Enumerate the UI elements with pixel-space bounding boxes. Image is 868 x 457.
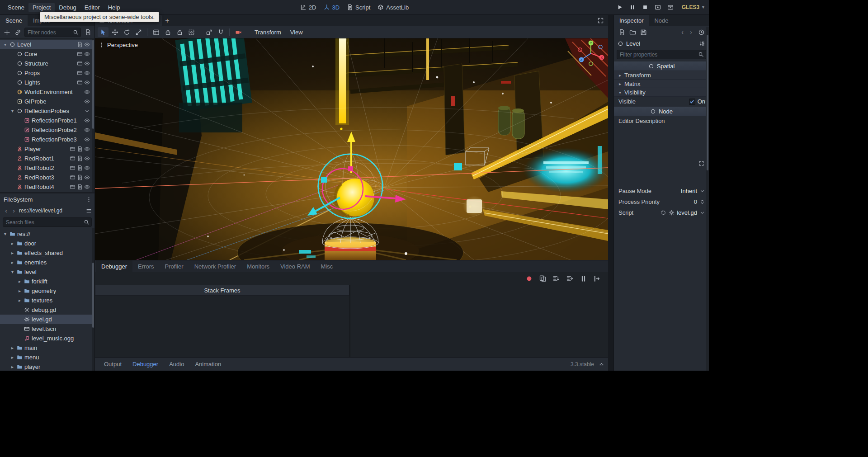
filesystem-row[interactable]: ▸main: [0, 343, 94, 353]
revert-icon[interactable]: [660, 210, 666, 216]
renderer-select[interactable]: GLES3 ▼: [682, 0, 705, 14]
filesystem-row[interactable]: ▸enemies: [0, 258, 94, 267]
history-back-button[interactable]: ‹: [679, 28, 686, 36]
scene-tree-row[interactable]: ReflectionProbe1: [0, 116, 94, 125]
scene-tree-row[interactable]: Core: [0, 49, 94, 59]
dock-tab-network-profiler[interactable]: Network Profiler: [189, 260, 241, 272]
scene-tree-row[interactable]: Structure: [0, 59, 94, 68]
add-node-button[interactable]: [2, 28, 12, 38]
open-scene-button[interactable]: [70, 146, 75, 152]
dock-tab-profiler[interactable]: Profiler: [160, 260, 189, 272]
record-button[interactable]: [525, 275, 533, 283]
step-into-button[interactable]: [552, 275, 560, 283]
arrow-right-icon[interactable]: ▸: [17, 288, 22, 293]
scene-tree-row[interactable]: GIProbe: [0, 97, 94, 106]
filter-properties-input[interactable]: [620, 52, 698, 58]
continue-button[interactable]: [593, 275, 601, 283]
dock-tab-debugger[interactable]: Debugger: [96, 260, 132, 272]
visible-checkbox[interactable]: [689, 99, 695, 105]
eye-button[interactable]: [84, 61, 90, 66]
dock-tab-import[interactable]: Import: [28, 15, 55, 26]
rotate-tool-button[interactable]: [121, 27, 132, 37]
open-scene-button[interactable]: [77, 80, 83, 85]
script-button[interactable]: [77, 165, 83, 171]
script-button[interactable]: [77, 146, 83, 152]
scale-tool-button[interactable]: [133, 27, 144, 37]
filesystem-row[interactable]: ▸door: [0, 239, 94, 248]
eye-button[interactable]: [84, 127, 90, 133]
load-resource-button[interactable]: [627, 27, 637, 37]
workspace-script-button[interactable]: Script: [347, 4, 370, 11]
dock-menu-icon[interactable]: [86, 197, 92, 203]
list-select-tool-button[interactable]: [151, 27, 161, 37]
eye-button[interactable]: [84, 137, 90, 142]
arrow-right-icon[interactable]: ▸: [17, 279, 22, 284]
arrow-right-icon[interactable]: ▸: [17, 298, 22, 303]
filesystem-row[interactable]: level_music.ogg: [0, 334, 94, 343]
move-tool-button[interactable]: [109, 27, 120, 37]
scene-tree-row[interactable]: RedRobot2: [0, 163, 94, 173]
expand-description-icon[interactable]: [698, 160, 704, 166]
process-priority-stepper[interactable]: 0: [694, 198, 705, 205]
filesystem-row[interactable]: ▸forklift: [0, 277, 94, 286]
scene-tree-scrollbar[interactable]: [92, 39, 94, 192]
view-menu[interactable]: View: [286, 28, 307, 37]
eye-button[interactable]: [84, 70, 90, 76]
instance-scene-button[interactable]: [13, 28, 23, 38]
eye-button[interactable]: [84, 174, 90, 180]
save-resource-button[interactable]: [638, 27, 648, 37]
play-custom-scene-button[interactable]: [665, 2, 675, 12]
arrow-down-icon[interactable]: ▾: [3, 42, 8, 47]
arrow-down-icon[interactable]: ▾: [3, 231, 8, 236]
break-button[interactable]: [580, 275, 587, 283]
status-item-audio[interactable]: Audio: [164, 361, 189, 367]
scene-tree-row[interactable]: Player: [0, 144, 94, 154]
filesystem-row[interactable]: ▸menu: [0, 353, 94, 362]
eye-button[interactable]: [84, 42, 90, 47]
scene-tree-row[interactable]: RedRobot4: [0, 182, 94, 192]
arrow-down-icon[interactable]: ▾: [10, 269, 15, 274]
open-scene-button[interactable]: [70, 155, 75, 161]
scene-tree-row[interactable]: Lights: [0, 78, 94, 87]
new-resource-button[interactable]: [617, 27, 627, 37]
filesystem-row[interactable]: ▸textures: [0, 296, 94, 305]
open-scene-button[interactable]: [70, 165, 75, 171]
category-transform[interactable]: ▸Transform: [614, 71, 709, 80]
filesystem-row[interactable]: ▾res://: [0, 229, 94, 239]
3d-viewport[interactable]: Y X Z Perspective: [95, 38, 608, 260]
eye-button[interactable]: [84, 51, 90, 57]
workspace-2d-button[interactable]: 2D: [300, 4, 316, 11]
arrow-right-icon[interactable]: ▸: [10, 260, 15, 265]
scene-tree-row[interactable]: WorldEnvironment: [0, 87, 94, 97]
select-tool-button[interactable]: [98, 27, 108, 37]
dock-tab-monitors[interactable]: Monitors: [241, 260, 275, 272]
close-tab-icon[interactable]: ×: [154, 17, 158, 24]
step-over-button[interactable]: [566, 275, 574, 283]
history-forward-button[interactable]: ›: [688, 28, 694, 36]
arrow-right-icon[interactable]: ▸: [10, 355, 15, 360]
open-scene-button[interactable]: [77, 70, 83, 76]
toggle-bottom-panel-icon[interactable]: [599, 361, 604, 367]
scene-tree-row[interactable]: ▾ReflectionProbes: [0, 106, 94, 116]
filesystem-row[interactable]: ▸effects_shared: [0, 248, 94, 258]
status-item-debugger[interactable]: Debugger: [127, 361, 164, 367]
nav-back-button[interactable]: ‹: [3, 207, 9, 214]
open-scene-button[interactable]: [77, 51, 83, 57]
group-tool-button[interactable]: [186, 27, 197, 37]
history-button[interactable]: [696, 27, 706, 37]
arrow-right-icon[interactable]: ▸: [10, 250, 15, 255]
node-tools-icon[interactable]: [699, 41, 705, 47]
eye-button[interactable]: [84, 80, 90, 85]
viewport-canvas[interactable]: Y X Z: [95, 38, 608, 260]
arrow-right-icon[interactable]: ▸: [10, 364, 15, 369]
section-node[interactable]: Node: [614, 107, 709, 116]
dock-tab-misc[interactable]: Misc: [316, 260, 339, 272]
menu-debug[interactable]: Debug: [55, 3, 80, 12]
dock-tab-inspector[interactable]: Inspector: [614, 15, 649, 26]
script-button[interactable]: [77, 42, 83, 47]
eye-button[interactable]: [84, 118, 90, 123]
arrow-right-icon[interactable]: ▸: [10, 345, 15, 350]
script-button[interactable]: [77, 184, 83, 190]
editor-description-area[interactable]: [614, 126, 709, 166]
filesystem-row[interactable]: debug.gd: [0, 305, 94, 315]
